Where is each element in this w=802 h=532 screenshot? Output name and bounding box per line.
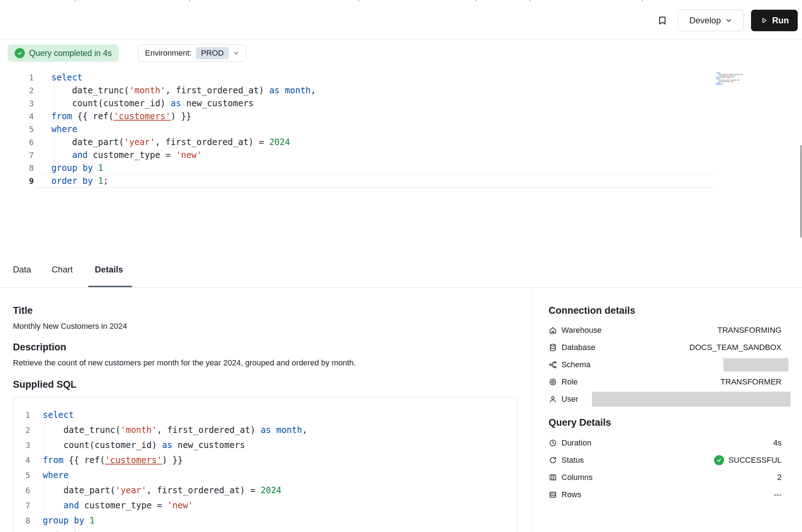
kv-label-text: Schema <box>561 360 591 369</box>
kv-value: SUCCESSFUL <box>728 456 782 465</box>
code-line[interactable]: 2 date_trunc('month', first_ordered_at) … <box>0 84 802 97</box>
line-number: 1 <box>13 411 30 420</box>
tab-data[interactable]: Data <box>13 264 31 275</box>
supplied-sql-heading: Supplied SQL <box>13 378 517 391</box>
line-number: 5 <box>13 471 30 480</box>
editor-code[interactable]: 1select2 date_trunc('month', first_order… <box>0 71 802 187</box>
develop-button[interactable]: Develop <box>678 10 744 31</box>
code-line: 9order by 1; <box>13 528 517 532</box>
kv-value: 2 <box>777 473 782 482</box>
line-number: 4 <box>13 456 30 465</box>
app-window: Develop Run Query completed in 4s Enviro… <box>0 0 802 532</box>
code-line[interactable]: 8group by 1 <box>0 162 802 174</box>
line-number: 9 <box>0 177 34 186</box>
warehouse-icon <box>549 326 557 335</box>
line-number: 5 <box>0 125 34 134</box>
indent-guide <box>54 84 54 110</box>
bookmark-icon <box>657 15 668 26</box>
line-number: 1 <box>0 73 34 82</box>
code-text: date_trunc('month', first_ordered_at) as… <box>43 425 307 435</box>
chevron-down-icon <box>233 50 239 56</box>
line-number: 7 <box>13 501 30 510</box>
indent-guide <box>54 136 54 162</box>
connection-row-schema: Schema <box>549 356 782 373</box>
develop-button-label: Develop <box>689 15 721 25</box>
supplied-sql-code: 1select2 date_trunc('month', first_order… <box>13 397 517 532</box>
title-heading: Title <box>13 304 517 317</box>
code-line: 3 count(customer_id) as new_customers <box>13 438 517 453</box>
code-line[interactable]: 6 date_part('year', first_ordered_at) = … <box>0 136 802 149</box>
page-scrollbar[interactable] <box>800 145 802 238</box>
tab-details[interactable]: Details <box>95 264 123 275</box>
supplied-sql-block: 1select2 date_trunc('month', first_order… <box>13 397 517 532</box>
connection-row-role: Role TRANSFORMER <box>549 373 782 391</box>
query-row-columns: Columns 2 <box>549 469 782 486</box>
line-number: 7 <box>0 151 34 160</box>
code-text: select <box>43 410 74 420</box>
run-button[interactable]: Run <box>751 10 798 31</box>
kv-label-text: Columns <box>561 473 593 482</box>
code-text: and customer_type = 'new' <box>51 150 202 160</box>
user-icon <box>549 395 557 403</box>
code-text: date_part('year', first_ordered_at) = 20… <box>51 137 290 147</box>
query-row-status: Status SUCCESSFUL <box>549 452 782 469</box>
connection-row-user: User <box>549 391 782 408</box>
code-line: 2 date_trunc('month', first_ordered_at) … <box>13 423 517 438</box>
bookmark-button[interactable] <box>654 12 671 29</box>
tab-chart[interactable]: Chart <box>52 264 73 275</box>
code-line: 7 and customer_type = 'new' <box>13 498 517 513</box>
code-line[interactable]: 5where <box>0 123 802 136</box>
code-text: from {{ ref('customers') }} <box>43 455 183 465</box>
line-number: 3 <box>13 441 30 450</box>
line-number: 2 <box>0 86 34 95</box>
code-line: 4from {{ ref('customers') }} <box>13 453 517 468</box>
kv-value: TRANSFORMER <box>721 377 782 387</box>
editor-minimap[interactable] <box>716 73 755 86</box>
kv-value: --- <box>774 490 782 499</box>
code-line: 1select <box>13 407 517 423</box>
indent-guide <box>44 483 44 513</box>
play-icon <box>760 17 768 24</box>
query-row-duration: Duration 4s <box>549 434 782 452</box>
toolbar: Develop Run <box>0 1 802 40</box>
code-text: select <box>51 73 83 83</box>
code-text: group by 1 <box>51 163 103 173</box>
indent-guide <box>44 423 44 453</box>
results-tabs: Data Chart Details <box>0 256 802 288</box>
query-details-heading: Query Details <box>549 416 782 429</box>
line-number: 8 <box>13 516 30 525</box>
line-number: 4 <box>0 112 34 121</box>
code-line[interactable]: 4from {{ ref('customers') }} <box>0 110 802 123</box>
code-line[interactable]: 1select <box>0 71 802 84</box>
code-text: group by 1 <box>43 515 95 526</box>
connection-row-database: Database DOCS_TEAM_SANDBOX <box>549 339 782 356</box>
code-line[interactable]: 7 and customer_type = 'new' <box>0 149 802 162</box>
line-number: 6 <box>0 138 34 147</box>
line-number: 2 <box>13 426 30 435</box>
check-circle-icon <box>15 48 25 58</box>
query-status-badge: Query completed in 4s <box>8 45 119 62</box>
code-line: 8group by 1 <box>13 513 517 528</box>
code-text: order by 1; <box>43 531 100 532</box>
code-line[interactable]: 3 count(customer_id) as new_customers <box>0 97 802 110</box>
kv-label-text: Database <box>561 343 595 352</box>
query-status-text: Query completed in 4s <box>29 48 112 58</box>
code-text: count(customer_id) as new_customers <box>43 440 245 450</box>
code-line[interactable]: 9order by 1; <box>0 174 802 187</box>
environment-selector[interactable]: Environment: PROD <box>138 45 246 62</box>
code-text: where <box>43 470 69 480</box>
kv-label-text: Duration <box>561 438 591 448</box>
sql-editor[interactable]: 1select2 date_trunc('month', first_order… <box>0 71 802 187</box>
code-text: date_trunc('month', first_ordered_at) as… <box>51 85 316 95</box>
description-value: Retrieve the count of new customers per … <box>13 358 517 368</box>
code-text: date_part('year', first_ordered_at) = 20… <box>43 485 281 495</box>
connection-details-panel: Connection details Warehouse TRANSFORMIN… <box>549 304 782 503</box>
line-number: 6 <box>13 486 30 495</box>
kv-label-text: Status <box>561 456 584 465</box>
environment-label: Environment: <box>145 48 192 58</box>
kv-label-text: User <box>561 395 578 404</box>
run-button-label: Run <box>772 15 789 25</box>
description-heading: Description <box>13 341 517 353</box>
columns-icon <box>549 473 557 482</box>
code-text: order by 1; <box>51 176 108 186</box>
